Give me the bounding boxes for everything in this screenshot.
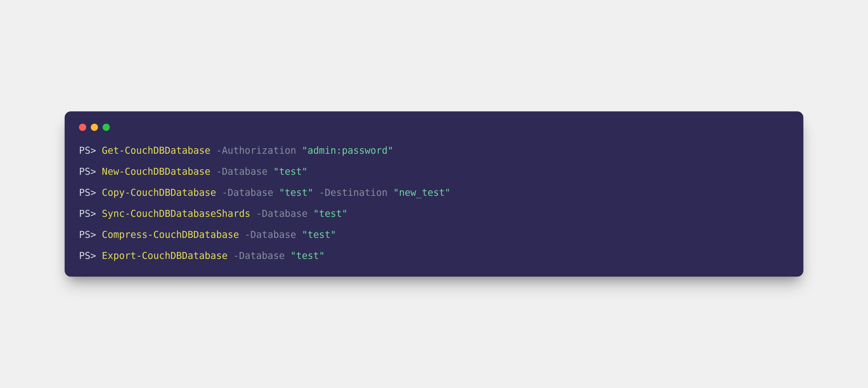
- text-token: [210, 145, 216, 156]
- text-token: [210, 166, 216, 177]
- string-token: "test": [290, 250, 325, 261]
- text-token: [250, 208, 256, 219]
- prompt-token: PS>: [79, 187, 96, 198]
- text-token: [96, 229, 102, 240]
- terminal-output: PS> Get-CouchDBDatabase -Authorization "…: [79, 144, 789, 262]
- prompt-token: PS>: [79, 229, 96, 240]
- prompt-token: PS>: [79, 166, 96, 177]
- close-icon[interactable]: [79, 124, 86, 131]
- text-token: [273, 187, 279, 198]
- text-token: [96, 208, 102, 219]
- code-line: PS> Compress-CouchDBDatabase -Database "…: [79, 229, 789, 241]
- parameter-token: -Authorization: [216, 145, 296, 156]
- text-token: [227, 250, 233, 261]
- parameter-token: -Database: [245, 229, 296, 240]
- text-token: [96, 166, 102, 177]
- terminal-window: PS> Get-CouchDBDatabase -Authorization "…: [65, 111, 803, 277]
- prompt-token: PS>: [79, 145, 96, 156]
- code-line: PS> Sync-CouchDBDatabaseShards -Database…: [79, 207, 789, 220]
- command-token: Export-CouchDBDatabase: [102, 250, 227, 261]
- parameter-token: -Database: [222, 187, 273, 198]
- text-token: [388, 187, 393, 198]
- code-line: PS> Copy-CouchDBDatabase -Database "test…: [79, 186, 789, 199]
- text-token: [313, 187, 319, 198]
- code-line: PS> Export-CouchDBDatabase -Database "te…: [79, 249, 789, 262]
- text-token: [296, 145, 302, 156]
- string-token: "test": [302, 229, 336, 240]
- text-token: [296, 229, 302, 240]
- text-token: [96, 145, 102, 156]
- string-token: "new_test": [393, 187, 451, 198]
- text-token: [96, 187, 102, 198]
- prompt-token: PS>: [79, 208, 96, 219]
- text-token: [268, 166, 273, 177]
- string-token: "test": [279, 187, 313, 198]
- command-token: Get-CouchDBDatabase: [102, 145, 210, 156]
- text-token: [96, 250, 102, 261]
- parameter-token: -Database: [216, 166, 268, 177]
- text-token: [285, 250, 290, 261]
- string-token: "admin:password": [302, 145, 393, 156]
- text-token: [216, 187, 222, 198]
- text-token: [308, 208, 313, 219]
- command-token: Sync-CouchDBDatabaseShards: [102, 208, 250, 219]
- prompt-token: PS>: [79, 250, 96, 261]
- maximize-icon[interactable]: [102, 124, 110, 131]
- minimize-icon[interactable]: [91, 124, 98, 131]
- command-token: New-CouchDBDatabase: [102, 166, 210, 177]
- text-token: [239, 229, 245, 240]
- command-token: Compress-CouchDBDatabase: [102, 229, 239, 240]
- code-line: PS> New-CouchDBDatabase -Database "test": [79, 165, 789, 178]
- viewport: PS> Get-CouchDBDatabase -Authorization "…: [0, 0, 868, 388]
- parameter-token: -Destination: [319, 187, 388, 198]
- parameter-token: -Database: [233, 250, 284, 261]
- string-token: "test": [273, 166, 308, 177]
- parameter-token: -Database: [256, 208, 308, 219]
- command-token: Copy-CouchDBDatabase: [102, 187, 216, 198]
- window-controls: [79, 124, 789, 131]
- string-token: "test": [313, 208, 347, 219]
- code-line: PS> Get-CouchDBDatabase -Authorization "…: [79, 144, 789, 157]
